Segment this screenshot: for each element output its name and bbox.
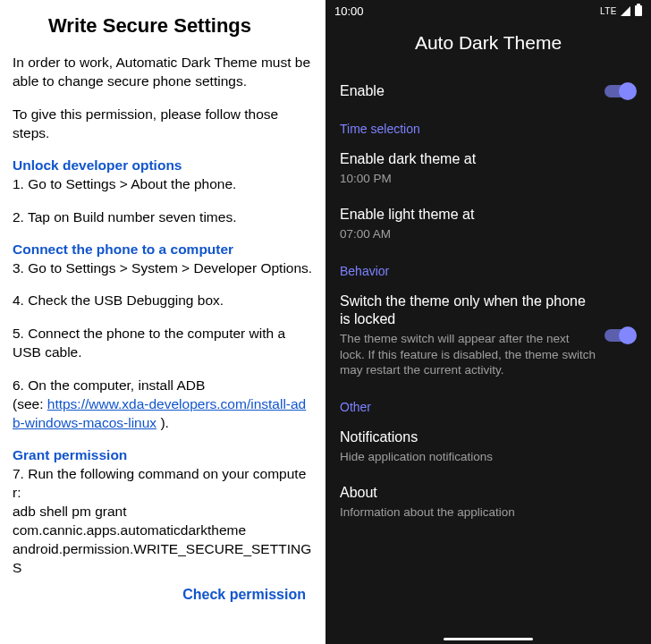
notifications-row[interactable]: Notifications Hide application notificat… bbox=[326, 419, 651, 475]
section-other: Other bbox=[326, 389, 651, 419]
signal-icon bbox=[621, 6, 630, 16]
step-7-cmd3: android.permission.WRITE_SECURE_SETTINGS bbox=[13, 540, 313, 578]
page-title: Write Secure Settings bbox=[48, 14, 313, 38]
app-title: Auto Dark Theme bbox=[326, 21, 651, 72]
enable-label: Enable bbox=[340, 83, 385, 99]
toggle-thumb bbox=[619, 326, 637, 344]
dark-theme-time: 10:00 PM bbox=[340, 171, 637, 187]
light-theme-time: 07:00 AM bbox=[340, 226, 637, 242]
dark-theme-time-row[interactable]: Enable dark theme at 10:00 PM bbox=[326, 141, 651, 197]
enable-row[interactable]: Enable bbox=[326, 72, 651, 111]
behavior-row[interactable]: Switch the theme only when the phone is … bbox=[326, 284, 651, 389]
behavior-toggle[interactable] bbox=[604, 326, 637, 344]
gesture-nav-bar[interactable] bbox=[444, 638, 533, 640]
behavior-title: Switch the theme only when the phone is … bbox=[340, 292, 597, 330]
step-3: 3. Go to Settings > System > Developer O… bbox=[13, 259, 313, 278]
about-title: About bbox=[340, 484, 637, 503]
step-5: 5. Connect the phone to the computer wit… bbox=[13, 325, 313, 362]
step-6-prefix: 6. On the computer, install ADB bbox=[13, 377, 205, 393]
about-row[interactable]: About Information about the application bbox=[326, 475, 651, 530]
light-theme-title: Enable light theme at bbox=[340, 206, 637, 225]
step-2: 2. Tap on Build number seven times. bbox=[13, 208, 313, 227]
step-6-see: (see: bbox=[13, 396, 47, 411]
heading-grant-permission: Grant permission bbox=[13, 447, 313, 463]
section-behavior: Behavior bbox=[326, 253, 651, 284]
notifications-sub: Hide application notifications bbox=[340, 449, 637, 465]
status-time: 10:00 bbox=[334, 4, 364, 18]
step-6-post: ). bbox=[156, 415, 169, 430]
step-7-cmd2: com.cannic.apps.automaticdarktheme bbox=[13, 521, 313, 540]
notifications-title: Notifications bbox=[340, 428, 637, 447]
auto-dark-theme-panel: 10:00 LTE Auto Dark Theme Enable Time se… bbox=[326, 0, 651, 644]
section-time-selection: Time selection bbox=[326, 111, 651, 141]
write-secure-settings-panel: Write Secure Settings In order to work, … bbox=[0, 0, 326, 644]
lte-indicator: LTE bbox=[600, 6, 617, 16]
step-7-line1: 7. Run the following command on your com… bbox=[13, 465, 313, 503]
status-right: LTE bbox=[600, 5, 642, 16]
dark-theme-title: Enable dark theme at bbox=[340, 150, 637, 169]
behavior-sub: The theme switch will appear after the n… bbox=[340, 331, 597, 378]
intro-text-1: In order to work, Automatic Dark Theme m… bbox=[13, 54, 313, 91]
step-7: 7. Run the following command on your com… bbox=[13, 465, 313, 578]
battery-icon bbox=[635, 5, 642, 16]
intro-text-2: To give this permission, please follow t… bbox=[13, 106, 313, 143]
heading-unlock-developer: Unlock developer options bbox=[13, 157, 313, 174]
status-bar: 10:00 LTE bbox=[326, 0, 651, 21]
light-theme-time-row[interactable]: Enable light theme at 07:00 AM bbox=[326, 197, 651, 252]
toggle-thumb bbox=[619, 82, 637, 100]
step-4: 4. Check the USB Debugging box. bbox=[13, 292, 313, 310]
step-6: 6. On the computer, install ADB (see: ht… bbox=[13, 377, 313, 433]
heading-connect-computer: Connect the phone to a computer bbox=[13, 242, 313, 258]
about-sub: Information about the application bbox=[340, 504, 637, 521]
step-1: 1. Go to Settings > About the phone. bbox=[13, 175, 313, 194]
check-permission-button[interactable]: Check permission bbox=[13, 581, 313, 603]
step-7-cmd1: adb shell pm grant bbox=[13, 503, 313, 521]
enable-toggle[interactable] bbox=[604, 82, 637, 100]
